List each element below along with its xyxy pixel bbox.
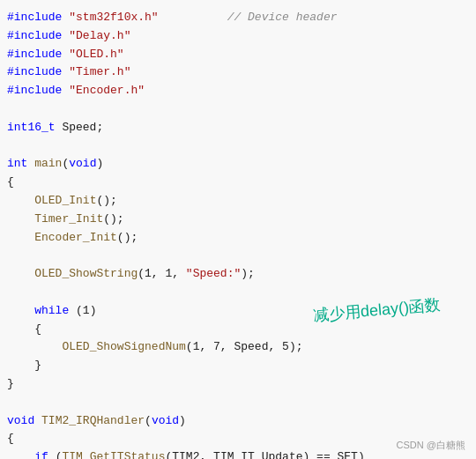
code-line: while (1) [0,302,476,321]
code-line [0,100,476,119]
code-line: #include "Delay.h" [0,27,476,46]
code-line: #include "Timer.h" [0,63,476,82]
code-line: #include "stm32f10x.h" // Device header [0,9,476,27]
code-line: { [0,321,476,339]
code-line [0,284,476,302]
code-line: OLED_ShowSignedNum(1, 7, Speed, 5); [0,338,476,357]
code-line [0,247,476,265]
code-line [0,137,476,156]
code-line: } [0,357,476,375]
code-line: #include "OLED.h" [0,46,476,64]
code-container: #include "stm32f10x.h" // Device header#… [0,0,476,459]
code-line: Encoder_Init(); [0,229,476,248]
watermark: CSDN @白糖熊 [397,439,465,452]
code-line: int16_t Speed; [0,119,476,137]
code-line: } [0,375,476,394]
code-line: void TIM2_IRQHandler(void) [0,412,476,431]
code-line [0,394,476,412]
code-line: Timer_Init(); [0,211,476,229]
code-line: OLED_Init(); [0,192,476,211]
code-line: { [0,174,476,192]
code-lines: #include "stm32f10x.h" // Device header#… [0,9,476,459]
code-line: #include "Encoder.h" [0,82,476,100]
code-line: OLED_ShowString(1, 1, "Speed:"); [0,265,476,284]
code-line: int main(void) [0,155,476,174]
